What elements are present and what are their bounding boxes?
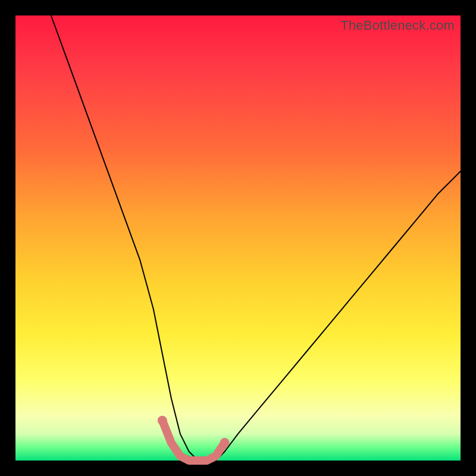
curve-svg (15, 15, 461, 461)
chart-frame: TheBottleneck.com (0, 0, 476, 476)
highlight-endpoint (158, 416, 167, 425)
bottleneck-curve-path (51, 15, 461, 461)
bottleneck-curve-highlight (162, 421, 225, 461)
highlight-endpoint (220, 438, 230, 447)
plot-area: TheBottleneck.com (15, 15, 461, 461)
